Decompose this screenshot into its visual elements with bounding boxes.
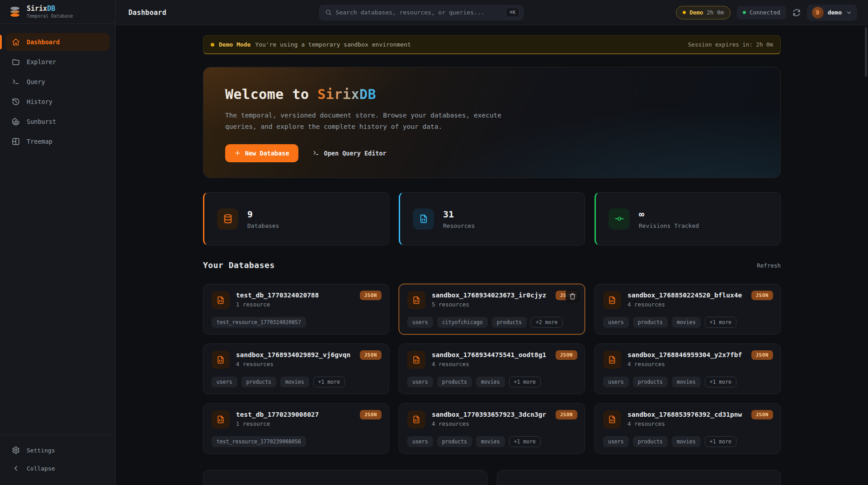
stat-card-revisions-tracked: ∞ Revisions Tracked — [594, 192, 781, 245]
database-tags: usersproductsmovies+1 more — [212, 377, 345, 387]
sidebar-nav: Dashboard Explorer Query History Sunburs… — [0, 24, 115, 151]
more-tags-pill: +1 more — [509, 377, 541, 387]
search-icon — [325, 9, 332, 16]
json-badge: JSON — [751, 291, 774, 300]
resource-tag: users — [407, 377, 433, 387]
bottom-panel-right — [497, 470, 781, 485]
file-code-icon — [212, 351, 230, 369]
demo-badge[interactable]: Demo 2h 0m — [676, 6, 731, 19]
database-resource-count: 4 resources — [627, 361, 742, 367]
resource-tag: users — [407, 436, 433, 447]
chevron-down-icon — [846, 9, 852, 16]
resource-tag: products — [241, 377, 276, 387]
search-box[interactable]: ⌘K — [319, 5, 524, 20]
new-database-button[interactable]: New Database — [225, 144, 298, 162]
resource-tag: products — [633, 317, 668, 328]
databases-heading: Your Databases — [203, 260, 275, 271]
sidebar-item-collapse[interactable]: Collapse — [5, 461, 110, 476]
content-scroll-area[interactable]: Demo Mode You're using a temporary sandb… — [116, 25, 868, 485]
database-card[interactable]: sandbox_1768853976392_cd31pnw 4 resource… — [594, 403, 781, 454]
database-name: sandbox_1768850224520_bflux4e — [627, 291, 742, 299]
database-name: sandbox_1768846959304_y2x7fbf — [627, 351, 742, 358]
refresh-databases-button[interactable]: Refresh — [757, 262, 781, 269]
file-code-icon — [212, 291, 230, 309]
refresh-icon[interactable] — [793, 9, 801, 17]
database-tags: usersproductsmovies+1 more — [407, 377, 541, 387]
resource-tag: movies — [672, 317, 701, 328]
stat-value: 31 — [443, 209, 475, 220]
app-name: SirixDB — [27, 5, 73, 13]
database-name: test_db_1770324020788 — [236, 291, 319, 299]
database-name: sandbox_1768934023673_ir0cjyz — [432, 291, 546, 299]
database-card[interactable]: sandbox_1768934029892_vj6gvqn 4 resource… — [203, 344, 389, 394]
resource-tag: movies — [672, 377, 701, 387]
sidebar-item-dashboard[interactable]: Dashboard — [5, 33, 110, 51]
more-tags-pill: +2 more — [531, 317, 562, 328]
user-menu[interactable]: D demo — [807, 5, 857, 21]
logo: SirixDB Temporal Database — [0, 0, 115, 24]
main-area: Dashboard ⌘K Demo 2h 0m Connected D — [116, 0, 868, 485]
sidebar-item-settings[interactable]: Settings — [5, 443, 110, 458]
chevron-left-icon — [12, 464, 20, 472]
database-name: sandbox_1768934475541_oodt8g1 — [432, 351, 546, 358]
demo-badge-label: Demo — [689, 9, 703, 16]
gear-icon — [12, 446, 20, 454]
open-query-editor-button[interactable]: Open Query Editor — [308, 144, 391, 162]
databases-section-head: Your Databases Refresh — [203, 260, 781, 271]
resource-tag: movies — [672, 436, 701, 447]
terminal-icon — [313, 150, 320, 156]
database-card[interactable]: sandbox_1770393657923_3dcn3gr 4 resource… — [399, 403, 585, 454]
topbar-right: Demo 2h 0m Connected D demo — [676, 5, 857, 21]
resource-tag: movies — [280, 377, 309, 387]
database-tags: usersproductsmovies+1 more — [407, 436, 541, 447]
sidebar-item-sunburst[interactable]: Sunburst — [5, 113, 110, 131]
search-input[interactable] — [336, 9, 502, 16]
terminal-icon — [12, 78, 20, 86]
database-card[interactable]: sandbox_1768846959304_y2x7fbf 4 resource… — [594, 344, 781, 394]
bottom-panels — [203, 470, 781, 485]
database-resource-count: 4 resources — [627, 301, 742, 308]
resource-tag: users — [603, 317, 629, 328]
database-card[interactable]: test_db_1770324020788 1 resource JSON te… — [203, 284, 389, 334]
database-resource-count: 4 resources — [236, 361, 350, 367]
sidebar-item-query[interactable]: Query — [5, 73, 110, 91]
file-code-icon — [407, 410, 425, 428]
demo-mode-banner: Demo Mode You're using a temporary sandb… — [203, 35, 781, 54]
welcome-title: Welcome to SirixDB — [225, 86, 759, 102]
database-resource-count: 5 resources — [432, 301, 546, 308]
stat-value: 9 — [247, 209, 279, 220]
json-badge: JSON — [751, 350, 774, 360]
sidebar-item-explorer[interactable]: Explorer — [5, 53, 110, 71]
resource-tag: users — [603, 377, 629, 387]
database-card[interactable]: test_db_1770239008027 1 resource JSON te… — [203, 403, 389, 454]
database-tags: usersproductsmovies+1 more — [603, 436, 736, 447]
resource-tag: users — [212, 377, 237, 387]
database-name: test_db_1770239008027 — [236, 410, 319, 418]
stat-label: Revisions Tracked — [639, 222, 699, 229]
welcome-description: The temporal, versioned document store. … — [225, 110, 502, 132]
resource-tag: movies — [476, 436, 505, 447]
connection-status-label: Connected — [750, 9, 780, 16]
sidebar-item-treemap[interactable]: Treemap — [5, 132, 110, 151]
stat-card-databases: 9 Databases — [203, 192, 389, 245]
json-badge: JSON — [751, 410, 774, 419]
database-card[interactable]: sandbox_1768850224520_bflux4e 4 resource… — [594, 284, 781, 334]
database-card[interactable]: sandbox_1768934023673_ir0cjyz 5 resource… — [399, 284, 585, 334]
database-resource-count: 4 resources — [627, 420, 742, 427]
database-resource-count: 1 resource — [236, 301, 319, 308]
banner-dot-icon — [211, 43, 214, 47]
sidebar-item-history[interactable]: History — [5, 93, 110, 111]
sunburst-icon — [12, 118, 20, 126]
resource-tag: test_resource_1770239008056 — [212, 436, 306, 447]
file-code-icon — [603, 410, 621, 428]
scrollbar[interactable] — [865, 27, 867, 77]
more-tags-pill: +1 more — [705, 436, 736, 447]
file-code-icon — [212, 410, 230, 428]
git-commit-icon — [609, 208, 630, 230]
delete-database-button[interactable] — [566, 289, 579, 303]
database-tags: usersproductsmovies+1 more — [603, 377, 736, 387]
database-name: sandbox_1768853976392_cd31pnw — [627, 410, 742, 418]
resource-tag: products — [633, 436, 668, 447]
database-tags: test_resource_1770239008056 — [212, 436, 306, 447]
database-card[interactable]: sandbox_1768934475541_oodt8g1 4 resource… — [399, 344, 585, 394]
